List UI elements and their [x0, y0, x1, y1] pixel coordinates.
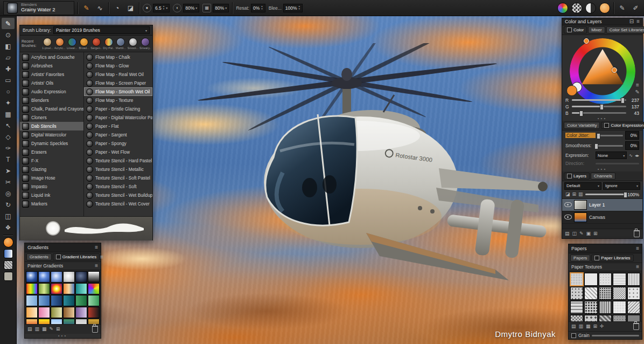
paper-swatch[interactable]	[570, 287, 583, 300]
paper-swatch[interactable]	[599, 301, 612, 314]
lasso-tool[interactable]: ○	[2, 86, 15, 97]
opacity-field[interactable]: 80% ▾	[183, 4, 199, 12]
dropper-tool[interactable]: ⊙	[2, 29, 15, 40]
gradient-swatch[interactable]	[63, 307, 75, 318]
red-slider-thumb[interactable]	[621, 98, 625, 104]
dropper-small-icon[interactable]: ✎	[635, 90, 640, 95]
gradient-swatch[interactable]	[26, 307, 38, 318]
text-tool[interactable]: T	[2, 154, 15, 165]
color-jitter-slider[interactable]	[598, 135, 623, 136]
brush-category-item[interactable]: Cloners	[20, 113, 83, 122]
pen-tool[interactable]: ✑	[2, 142, 15, 154]
paper-swatch[interactable]	[613, 273, 626, 286]
brush-category-item[interactable]: Audio Expression	[20, 87, 83, 96]
brush-category-item[interactable]: Impasto	[20, 182, 83, 191]
bleed-field[interactable]: 100% ▲▼	[283, 4, 303, 12]
blend-mode-icon[interactable]: ∿	[95, 3, 105, 13]
panel-menu-icon[interactable]: ≡	[636, 246, 639, 251]
smoothness-thumb[interactable]	[594, 143, 598, 149]
pickup-underlying-icon[interactable]: ⊞	[572, 192, 577, 197]
grain-field[interactable]: 80% ▾	[213, 4, 229, 12]
color-wheel-button[interactable]	[557, 3, 568, 13]
brush-variant-item[interactable]: Texture Stencil - Hard Pastel	[84, 156, 152, 165]
brush-selector[interactable]: Blenders Grainy Water 2	[3, 1, 74, 15]
new-group-button[interactable]: ◫	[572, 231, 577, 236]
recent-brush[interactable]: Broad...	[79, 38, 89, 50]
import-paper-button[interactable]: ▦	[586, 324, 591, 329]
new-layer-button[interactable]: ▤	[565, 231, 570, 236]
export-paper-button[interactable]: ⊞	[593, 324, 598, 329]
brush-category-item[interactable]: Acrylics and Gouache	[20, 53, 83, 61]
primary-color[interactable]	[2, 237, 15, 248]
paper-selector[interactable]	[2, 271, 15, 282]
color-sliders-toggle-icon[interactable]: ≡	[636, 82, 639, 88]
brush-category-item[interactable]: Artists' Favorites	[20, 70, 83, 79]
paper-swatch[interactable]	[613, 287, 626, 300]
paper-swatch[interactable]	[570, 273, 583, 286]
paper-swatch[interactable]	[584, 287, 597, 300]
brush-variant-item[interactable]: Paper - Spongy	[84, 139, 152, 148]
color-panel-header[interactable]: Color and Layers ⊟ ≡	[562, 18, 642, 25]
paper-swatch[interactable]	[599, 287, 612, 300]
resat-stepper[interactable]: ▲▼	[261, 5, 263, 10]
layer-row[interactable]: Canvas	[562, 211, 642, 224]
rect-select-tool[interactable]: ▭	[2, 74, 15, 86]
paper-swatch[interactable]	[584, 273, 597, 286]
gradient-swatch[interactable]	[38, 295, 50, 306]
composite-depth-dropdown[interactable]: Ignore▾	[603, 182, 640, 190]
green-slider-thumb[interactable]	[600, 104, 604, 110]
gradients-panel-header[interactable]: Gradients ≡	[25, 243, 101, 252]
gradient-swatch[interactable]	[88, 271, 100, 283]
stroke-preview-icon[interactable]: ◪	[125, 3, 136, 13]
brush-library-dropdown[interactable]: Painter 2019 Brushes ▾	[53, 26, 150, 34]
blend-mode-dropdown[interactable]: Default▾	[564, 182, 601, 190]
tab-mixer[interactable]: Mixer	[588, 26, 605, 33]
gradient-swatch[interactable]	[26, 295, 38, 306]
gradient-swatch[interactable]	[26, 319, 38, 324]
tab-color-variability[interactable]: Color Variability	[564, 122, 600, 129]
gradient-swatch[interactable]	[75, 283, 87, 294]
brush-category-item[interactable]: Artists' Oils	[20, 79, 83, 87]
panel-grip[interactable]: •••	[562, 116, 642, 121]
panel-grip[interactable]: •••	[562, 167, 642, 171]
recent-brush[interactable]: 1-pixel...	[42, 38, 53, 50]
edit-gradient-button[interactable]: ✎	[50, 327, 54, 332]
brush-category-item[interactable]: Erasers	[20, 148, 83, 156]
recent-brush[interactable]: Marbli...	[115, 38, 126, 50]
recent-brush[interactable]: Smoot...	[128, 38, 138, 50]
gradient-swatch[interactable]	[26, 271, 38, 283]
gradient-swatch[interactable]	[63, 295, 75, 306]
dynamic-plugins-button[interactable]: ✎	[579, 231, 584, 236]
brush-variant-item[interactable]: Paper - Flat	[84, 122, 152, 130]
layer-opacity-slider[interactable]	[585, 194, 626, 195]
gradient-options-button[interactable]: ⊞	[56, 327, 60, 332]
green-slider[interactable]	[572, 106, 626, 107]
crop-tool[interactable]: ▦	[2, 108, 15, 120]
scissors-tool[interactable]: ✂	[2, 176, 15, 188]
delete-layer-button[interactable]	[634, 230, 640, 237]
smoothness-slider[interactable]	[596, 145, 623, 147]
papers-panel-header[interactable]: Papers ≡	[569, 244, 642, 253]
kaleidoscope-tool[interactable]: ❖	[2, 222, 15, 233]
recent-brush[interactable]: Smeary...	[139, 38, 151, 50]
brush-category-item[interactable]: F-X	[20, 156, 83, 165]
panel-menu-icon[interactable]: ≡	[100, 254, 103, 260]
rotate-page-tool[interactable]: ↻	[2, 199, 15, 210]
gradient-swatch[interactable]	[38, 271, 50, 283]
expression-dropdown[interactable]: None ▾	[596, 152, 627, 159]
tab-papers[interactable]: Papers	[570, 254, 590, 262]
gradient-swatch[interactable]	[51, 271, 62, 283]
paper-swatch[interactable]	[627, 315, 640, 321]
mirror-painting-tool[interactable]: ◫	[2, 210, 15, 222]
magic-wand-tool[interactable]: ✦	[2, 97, 15, 108]
panel-menu-icon[interactable]: ≡	[95, 245, 98, 250]
brush-variant-item[interactable]: Paper - Sargent	[84, 130, 152, 139]
gradient-swatch[interactable]	[51, 295, 62, 306]
brush-variant-item[interactable]: Flow Map - Glow	[84, 61, 152, 70]
brush-variant-item[interactable]: Flow Map - Smooth Wet Oil	[84, 87, 152, 96]
size-dropdown-icon[interactable]: ▾	[166, 6, 167, 10]
bleed-stepper[interactable]: ▲▼	[298, 5, 300, 10]
opacity-dropdown-icon[interactable]: ▾	[195, 6, 197, 10]
paper-swatch[interactable]	[613, 315, 626, 321]
visibility-eye-icon[interactable]	[564, 215, 572, 219]
